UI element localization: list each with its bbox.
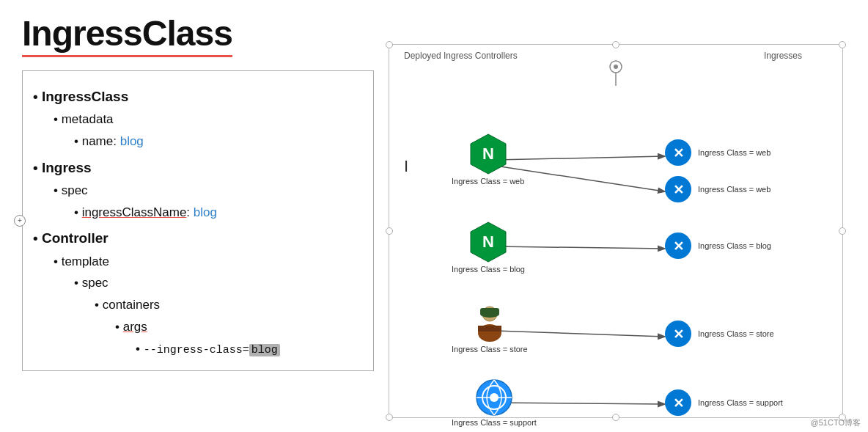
- ingress-store-icon: ✕: [664, 320, 692, 348]
- outline-toggle[interactable]: +: [14, 215, 26, 227]
- nginx-blog-icon: N: [469, 221, 507, 263]
- ingress-web-1-icon: ✕: [664, 139, 692, 166]
- ingress-store-node: ✕ Ingress Class = store: [664, 320, 774, 348]
- bullet: •: [54, 183, 58, 197]
- support-label: Ingress Class = support: [452, 418, 537, 427]
- item-text: spec: [82, 276, 108, 290]
- ingress-support-label: Ingress Class = support: [698, 398, 783, 407]
- bullet: •: [54, 255, 58, 268]
- outline-item-ingressclass-arg: • --ingress-class=blog: [33, 338, 356, 360]
- outline-box: + • IngressClass • metadata • name: blog…: [22, 70, 374, 371]
- bullet: •: [33, 160, 38, 175]
- svg-text:✕: ✕: [673, 183, 684, 197]
- item-text: IngressClass: [42, 89, 128, 104]
- nginx-web-node: N Ingress Class = web: [452, 133, 524, 186]
- outline-item-ingressclassname: • ingressClassName: blog: [33, 202, 356, 224]
- nginx-blog-label: Ingress Class = blog: [452, 265, 525, 274]
- ingress-web-2-node: ✕ Ingress Class = web: [664, 175, 770, 203]
- ingress-web-1-node: ✕ Ingress Class = web: [664, 139, 770, 166]
- cursor-marker: I: [404, 158, 408, 175]
- ingress-web-2-label: Ingress Class = web: [698, 185, 770, 194]
- item-text: metadata: [62, 112, 114, 126]
- name-value: blog: [120, 134, 144, 148]
- item-text: Controller: [42, 230, 108, 246]
- outline-item-controller: • Controller: [33, 226, 356, 250]
- left-panel: IngressClass + • IngressClass • metadata…: [22, 15, 374, 371]
- outline-item-ingressclass: • IngressClass: [33, 84, 356, 109]
- svg-text:✕: ✕: [673, 396, 684, 411]
- bullet: •: [54, 112, 58, 126]
- nginx-blog-node: N Ingress Class = blog: [452, 221, 525, 274]
- item-text: --ingress-class=blog: [144, 344, 280, 356]
- support-icon: [475, 378, 513, 417]
- svg-text:✕: ✕: [673, 239, 684, 254]
- item-text: ingressClassName: blog: [82, 205, 217, 219]
- outline-item-args: • args: [33, 316, 356, 338]
- ingress-blog-icon: ✕: [664, 232, 692, 260]
- outline-item-spec2: • spec: [33, 272, 356, 294]
- nginx-web-label: Ingress Class = web: [452, 177, 524, 186]
- watermark: @51CTO博客: [811, 417, 861, 428]
- item-text: containers: [103, 298, 160, 312]
- bullet: •: [74, 276, 78, 290]
- outline-item-name: • name: blog: [33, 131, 356, 153]
- page-title: IngressClass: [22, 15, 232, 57]
- item-text: template: [62, 255, 109, 268]
- bullet: •: [115, 320, 119, 334]
- store-label: Ingress Class = store: [452, 345, 528, 354]
- support-node: Ingress Class = support: [452, 378, 537, 427]
- bullet: •: [136, 342, 140, 356]
- outline-item-containers: • containers: [33, 294, 356, 316]
- svg-rect-16: [480, 308, 499, 315]
- outline-item-spec: • spec: [33, 180, 356, 202]
- outline-item-ingress: • Ingress: [33, 155, 356, 180]
- bullet: •: [74, 134, 78, 148]
- outline-item-metadata: • metadata: [33, 109, 356, 131]
- bullet: •: [33, 230, 38, 246]
- store-icon: [471, 305, 509, 343]
- store-node: Ingress Class = store: [452, 305, 528, 354]
- bullet: •: [95, 298, 99, 312]
- arg-value: blog: [249, 344, 280, 356]
- item-text: spec: [62, 183, 88, 197]
- ingress-web-1-label: Ingress Class = web: [698, 148, 770, 157]
- svg-text:N: N: [482, 233, 494, 251]
- bullet: •: [33, 89, 38, 104]
- item-text: args: [123, 320, 147, 334]
- ingress-support-icon: ✕: [664, 389, 692, 417]
- ingressclassname-key: ingressClassName: [82, 205, 187, 219]
- svg-text:✕: ✕: [673, 146, 684, 161]
- ingressclassname-value: blog: [194, 205, 217, 219]
- diagram-panel: Deployed Ingress Controllers Ingresses: [389, 44, 843, 418]
- diagram-inner: I N Ingress Class = web N Ingress Class …: [389, 45, 842, 417]
- nginx-web-icon: N: [469, 133, 507, 175]
- ingress-blog-node: ✕ Ingress Class = blog: [664, 232, 771, 260]
- bullet: •: [74, 205, 78, 219]
- ingress-store-label: Ingress Class = store: [698, 329, 774, 338]
- svg-text:N: N: [482, 144, 494, 163]
- ingress-blog-label: Ingress Class = blog: [698, 241, 771, 250]
- ingress-support-node: ✕ Ingress Class = support: [664, 389, 783, 417]
- item-text: name: blog: [82, 134, 144, 148]
- item-text: Ingress: [42, 160, 92, 175]
- outline-item-template: • template: [33, 251, 356, 273]
- ingress-web-2-icon: ✕: [664, 175, 692, 203]
- svg-rect-14: [478, 326, 501, 332]
- svg-text:✕: ✕: [673, 327, 684, 342]
